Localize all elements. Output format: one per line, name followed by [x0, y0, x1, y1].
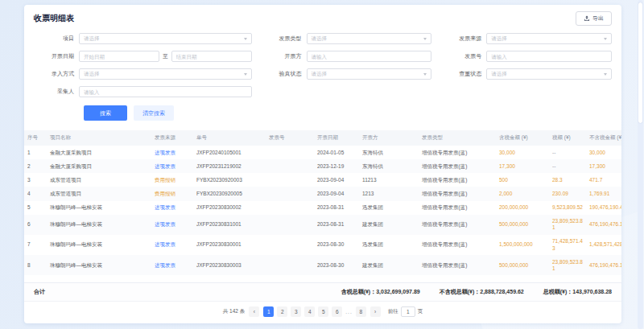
column-header: 税额 (¥): [549, 130, 586, 146]
cell-project: 金融大厦采购项目: [47, 159, 151, 173]
cell-amount: 500,000,000: [496, 215, 549, 235]
issuer-input[interactable]: [307, 51, 432, 62]
cell-date: 2023-08-30: [314, 235, 359, 255]
cell-date: 2023-12-19: [314, 159, 359, 173]
project-select-placeholder: 请选择: [84, 35, 100, 43]
cell-type: 增值税专用发票(蓝): [419, 173, 496, 187]
cell-issuer: 东海特供: [359, 159, 419, 173]
card-header: 收票明细表 导出: [24, 5, 621, 30]
cell-type: 增值税专用发票(蓝): [419, 187, 496, 200]
search-button[interactable]: 搜索: [84, 105, 127, 121]
cell-source: 进项发票: [151, 159, 193, 173]
entry-method-select-placeholder: 请选择: [84, 71, 100, 78]
cell-issuer: 迅发集团: [359, 235, 419, 255]
page-button-6[interactable]: 6: [332, 306, 342, 317]
cell-type: 增值税专用发票(蓝): [419, 201, 496, 215]
cell-invoice_no: [266, 255, 314, 275]
cell-source: 进项发票: [151, 235, 193, 255]
page-button-1[interactable]: 1: [263, 306, 274, 317]
scrollbar-thumb[interactable]: [638, 2, 642, 123]
invoice-no-input[interactable]: [486, 51, 612, 62]
collector-input[interactable]: [79, 86, 252, 97]
column-header: 不含税金额 (¥): [586, 130, 621, 146]
cell-tax: 71,428,571.43: [549, 235, 586, 255]
chevron-down-icon: [604, 38, 607, 40]
goto-page-input[interactable]: [401, 306, 415, 317]
verify-status-select[interactable]: 请选择: [307, 68, 432, 80]
cell-amount: 1,500,000,000: [496, 235, 549, 255]
filter-invoice-no-label: 发票号: [441, 52, 486, 60]
prev-page-button[interactable]: ‹: [249, 306, 259, 317]
cell-amount: 30,000: [496, 146, 549, 159]
filter-issuer-label: 开票方: [262, 52, 307, 60]
cell-amount: 17,300: [496, 159, 549, 173]
cell-tax: --: [549, 146, 586, 159]
cell-tax: 230.09: [549, 187, 586, 200]
goto-suffix: 页: [418, 308, 423, 315]
cell-date: 2023-09-04: [314, 187, 359, 200]
cell-order_no: JXFP20230830001: [193, 235, 266, 255]
column-header: 含税金额 (¥): [496, 130, 549, 146]
table-row: 7珠穆朗玛峰—电梯安装进项发票JXFP202308300012023-08-30…: [24, 235, 621, 255]
cell-no: 8: [24, 255, 47, 275]
pagination: 共 142 条 ‹ 123456...8 › 前往 页: [24, 301, 621, 323]
table-row: 1金融大厦采购项目进项发票JXFP202401050012024-01-05东海…: [24, 146, 621, 159]
page-title: 收票明细表: [34, 13, 74, 24]
invoice-type-select[interactable]: 请选择: [307, 33, 432, 44]
cell-net: 30,000: [586, 146, 621, 159]
summary-without-tax: 不含税总额(¥)：2,888,728,459.62: [440, 288, 524, 296]
cell-date: 2024-01-05: [314, 146, 359, 159]
cell-no: 6: [24, 215, 47, 235]
column-header: 开票日期: [314, 130, 359, 146]
summary-without-tax-value: 2,888,728,459.62: [480, 289, 524, 294]
column-header: 发票类型: [419, 130, 496, 146]
page-more-icon[interactable]: ...: [345, 309, 352, 315]
cell-no: 4: [24, 187, 47, 200]
export-button[interactable]: 导出: [576, 11, 612, 26]
project-select[interactable]: 请选择: [79, 33, 252, 44]
page-button-3[interactable]: 3: [291, 306, 301, 317]
page-button-2[interactable]: 2: [277, 306, 287, 317]
next-page-button[interactable]: ›: [370, 306, 381, 317]
summary-with-tax-value: 3,032,699,097.89: [376, 289, 420, 294]
export-label: 导出: [592, 14, 604, 23]
filter-invoice-source: 发票来源 请选择: [441, 33, 612, 44]
summary-row: 合计 含税总额(¥)：3,032,699,097.89 不含税总额(¥)：2,8…: [24, 282, 621, 301]
pagination-total-count: 共 142 条: [223, 308, 245, 315]
page-button-5[interactable]: 5: [318, 306, 328, 317]
filter-invoice-type-label: 发票类型: [262, 35, 307, 43]
chevron-down-icon: [244, 38, 247, 40]
cell-date: 2023-08-30: [314, 255, 359, 275]
column-header: 开票方: [359, 130, 419, 146]
cell-type: 增值税专用发票(蓝): [419, 235, 496, 255]
cell-net: 476,190,476.19: [586, 255, 621, 275]
cell-source: 进项发票: [151, 201, 193, 215]
cell-amount: 200,000,000: [496, 201, 549, 215]
entry-method-select[interactable]: 请选择: [79, 68, 252, 80]
vertical-scrollbar[interactable]: [638, 0, 643, 329]
column-header: 序号: [24, 130, 47, 146]
clear-search-button[interactable]: 清空搜索: [134, 105, 174, 121]
cell-net: 471.7: [586, 173, 621, 187]
cell-project: 成东管道项目: [47, 173, 151, 187]
cell-tax: --: [549, 159, 586, 173]
invoice-source-select[interactable]: 请选择: [486, 33, 612, 44]
cell-invoice_no: [266, 159, 314, 173]
cell-net: 1,428,571,428.57: [586, 235, 621, 255]
filter-collector: 采集人: [34, 86, 252, 97]
dup-status-select[interactable]: 请选择: [486, 68, 612, 80]
page-button-4[interactable]: 4: [304, 306, 315, 317]
cell-issuer: 11213: [359, 173, 419, 187]
table-row: 2金融大厦采购项目进项发票JXFP202312190022023-12-19东海…: [24, 159, 621, 173]
start-date-input[interactable]: [79, 51, 159, 62]
cell-amount: 2,000: [496, 187, 549, 200]
page-button-8[interactable]: 8: [356, 306, 366, 317]
summary-tax: 总税额(¥)：143,970,638.28: [543, 288, 612, 296]
end-date-input[interactable]: [171, 51, 252, 62]
table-row: 4成东管道项目费用报销FYBX202309200052023-09-041213…: [24, 187, 621, 200]
cell-type: 增值税专用发票(蓝): [419, 159, 496, 173]
table-row: 5珠穆朗玛峰—电梯安装进项发票JXFP202308300022023-08-31…: [24, 201, 621, 215]
goto-prefix: 前往: [388, 308, 398, 315]
cell-source: 进项发票: [151, 255, 193, 275]
filter-invoice-date-label: 开票日期: [34, 52, 79, 60]
